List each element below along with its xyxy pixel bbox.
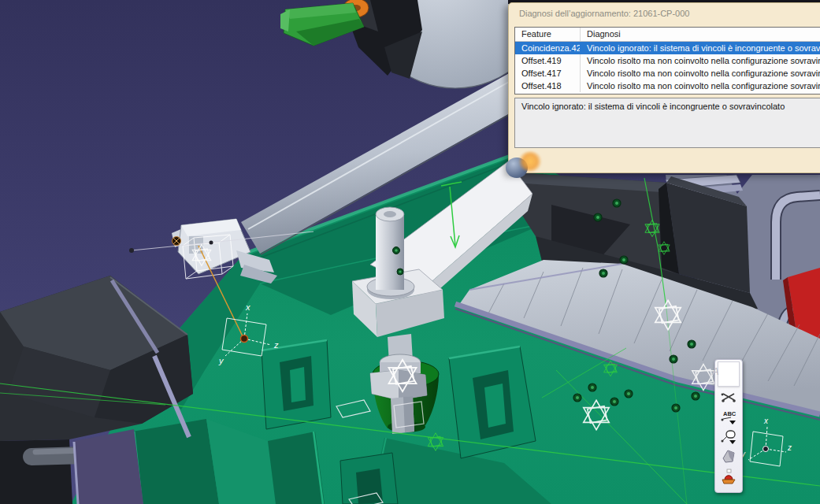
svg-text:ABC: ABC <box>723 410 737 417</box>
mold-clip-tower[interactable] <box>340 453 398 504</box>
axis-label-x: x <box>763 417 769 425</box>
face-icon[interactable] <box>718 446 739 465</box>
cell-diagnosi[interactable]: Vincolo ignorato: il sistema di vincoli … <box>580 42 820 54</box>
cell-diagnosi[interactable]: Vincolo risolto ma non coinvolto nella c… <box>580 67 820 80</box>
abc-text-icon[interactable]: ABC <box>718 406 739 426</box>
cell-feature[interactable]: Offset.418 <box>515 80 580 92</box>
axis-label-z: z <box>273 340 279 350</box>
cell-feature[interactable]: Coincidenza.424 <box>515 42 580 54</box>
anchor-symbol[interactable] <box>173 237 181 246</box>
table-header-row: Feature Diagnosi <box>515 28 820 42</box>
table-row[interactable]: Offset.419 Vincolo risolto ma non coinvo… <box>515 54 820 67</box>
column-header-feature[interactable]: Feature <box>515 28 580 41</box>
mold-clip-tower[interactable] <box>262 340 331 429</box>
flyout-arrow <box>729 421 736 424</box>
flyout-arrow <box>729 440 736 444</box>
weld-icon[interactable] <box>718 465 739 485</box>
table-row[interactable]: Coincidenza.424 Vincolo ignorato: il sis… <box>515 42 820 54</box>
axis-label-z: z <box>787 443 792 452</box>
scissors-constraint-icon[interactable] <box>718 387 739 406</box>
dialog-title: Diagnosi dell’aggiornamento: 21061-CP-00… <box>519 9 689 18</box>
column-header-diagnosi[interactable]: Diagnosi <box>580 28 820 41</box>
update-diagnosis-dialog[interactable]: Diagnosi dell’aggiornamento: 21061-CP-00… <box>508 2 820 173</box>
part-green-hex-rod[interactable] <box>280 3 364 46</box>
diagnosis-detail-text: Vincolo ignorato: il sistema di vincoli … <box>514 98 820 148</box>
cell-feature[interactable]: Offset.419 <box>515 54 580 67</box>
table-row[interactable]: Offset.418 Vincolo risolto ma non coinvo… <box>515 80 820 92</box>
cell-diagnosi[interactable]: Vincolo risolto ma non coinvolto nella c… <box>580 54 820 67</box>
diagnosis-table[interactable]: Feature Diagnosi Coincidenza.424 Vincolo… <box>514 27 820 94</box>
table-row[interactable]: Offset.417 Vincolo risolto ma non coinvo… <box>515 67 820 80</box>
cell-feature[interactable]: Offset.417 <box>515 67 580 80</box>
page-icon[interactable]: A <box>718 361 740 387</box>
cell-diagnosi[interactable]: Vincolo risolto ma non coinvolto nella c… <box>580 80 820 92</box>
cad-viewport: x y z x y z Diagnosi dell’aggiornamento:… <box>0 0 820 504</box>
balloon-annotation-icon[interactable] <box>718 426 739 446</box>
vertical-toolbar[interactable]: A ABC <box>714 359 743 493</box>
axis-label-x: x <box>245 302 250 312</box>
part-slate-face[interactable] <box>75 429 143 504</box>
page-letter: A <box>712 365 719 377</box>
